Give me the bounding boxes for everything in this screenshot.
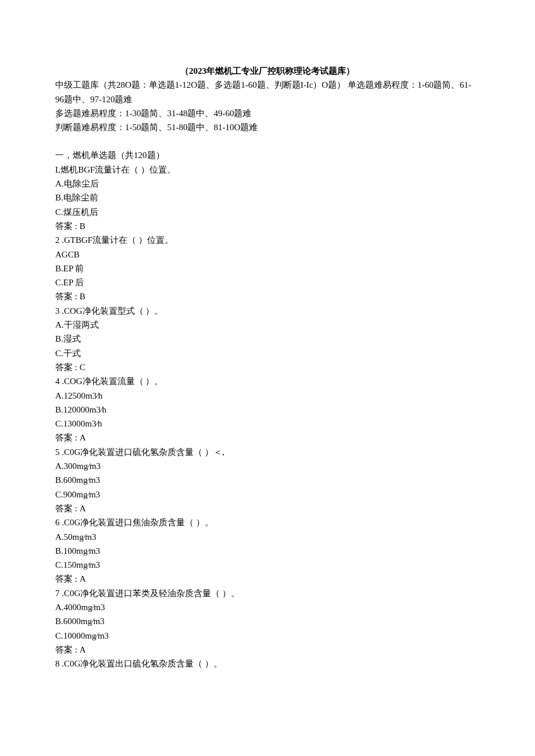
body-line: 答案 : A xyxy=(55,572,480,586)
body-line: A.4000mg∕m3 xyxy=(55,600,480,614)
intro-line: 判断题难易程度：1-50题简、51-80题中、81-10O题难 xyxy=(55,120,480,134)
body-line: 2 .GTBGF流量计在（ ）位置。 xyxy=(55,233,480,247)
body-line: A.干湿两式 xyxy=(55,318,480,332)
spacer xyxy=(55,134,480,148)
body-line: 答案 : A xyxy=(55,501,480,515)
body-line: C.13000m3∕h xyxy=(55,417,480,431)
body-line: B.600mg∕m3 xyxy=(55,473,480,487)
body-line: C.煤压机后 xyxy=(55,205,480,219)
body-line: A.12500m3∕h xyxy=(55,389,480,403)
intro-line: 多选题难易程度：1-30题简、31-48题中、49-60题难 xyxy=(55,106,480,120)
body-line: C.干式 xyxy=(55,346,480,360)
body-line: 答案 : B xyxy=(55,219,480,233)
body-line: C.10000mg∕m3 xyxy=(55,629,480,643)
body-line: B.100mg∕m3 xyxy=(55,544,480,558)
intro-line: 中级工题库（共28O题：单选题1-12O题、多选题1-60题、判断题I-Ic）O… xyxy=(55,78,480,106)
body-line: 7 .C0G净化装置进口苯类及轻油杂质含量（ ）。 xyxy=(55,586,480,600)
body-line: B.EP 前 xyxy=(55,261,480,275)
body-line: 8 .C0G净化装置出口硫化氢杂质含量（ ）。 xyxy=(55,657,480,671)
body-line: A.300mg∕m3 xyxy=(55,459,480,473)
body-line: B.电除尘前 xyxy=(55,191,480,205)
body-line: A.50mg∕m3 xyxy=(55,530,480,544)
body-line: 答案 : A xyxy=(55,431,480,445)
body-line: L燃机BGF流量计在（ ）位置。 xyxy=(55,163,480,177)
body-line: 4 .COG净化装置流量（ ）。 xyxy=(55,374,480,388)
body-line: 答案 : B xyxy=(55,289,480,303)
body-line: 答案 : A xyxy=(55,643,480,657)
document-page: （2023年燃机工专业厂控职称理论考试题库） 中级工题库（共28O题：单选题1-… xyxy=(0,0,535,694)
body-line: 5 .C0G净化装置进口硫化氢杂质含量（ ）＜, xyxy=(55,445,480,459)
body-line: B.6000mg∕m3 xyxy=(55,614,480,628)
body-line: 6 .C0G净化装置进口焦油杂质含量（ ）。 xyxy=(55,515,480,529)
body-line: C.150mg∕m3 xyxy=(55,558,480,572)
body-line: B.120000m3∕h xyxy=(55,403,480,417)
body-line: AGCB xyxy=(55,248,480,261)
body-line: C.900mg∕m3 xyxy=(55,488,480,501)
body-line: C.EP 后 xyxy=(55,275,480,289)
document-title: （2023年燃机工专业厂控职称理论考试题库） xyxy=(55,64,480,78)
section-header: 一，燃机单选题（共120题） xyxy=(55,148,480,162)
body-line: B.湿式 xyxy=(55,332,480,346)
body-line: 3 .COG净化装置型式（ ）。 xyxy=(55,304,480,318)
body-line: A.电除尘后 xyxy=(55,177,480,191)
body-line: 答案 : C xyxy=(55,360,480,374)
